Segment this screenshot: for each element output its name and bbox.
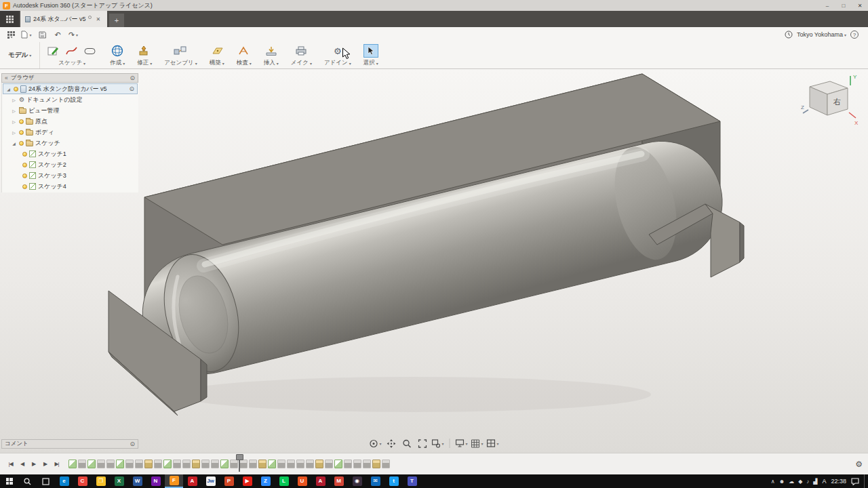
tab-close-button[interactable]: ✕ xyxy=(96,16,100,22)
visibility-bulb-icon[interactable] xyxy=(14,87,18,92)
timeline-feature-icon[interactable] xyxy=(201,460,210,468)
undo-button[interactable]: ↶ xyxy=(51,28,64,41)
construction-plane-button[interactable] xyxy=(210,44,224,58)
view-cube[interactable]: 右 Y X Z xyxy=(800,70,861,131)
timeline-feature-icon[interactable] xyxy=(87,460,96,468)
collapse-arrow-icon[interactable] xyxy=(11,98,17,102)
timeline-control-button[interactable]: ▶| xyxy=(52,459,62,470)
collapse-panel-icon[interactable] xyxy=(5,75,8,81)
app-grid-button[interactable] xyxy=(4,28,18,41)
timeline-feature-icon[interactable] xyxy=(296,460,304,468)
timeline-feature-icon[interactable] xyxy=(163,460,172,468)
timeline-feature-icon[interactable] xyxy=(116,460,124,468)
timeline-feature-icon[interactable] xyxy=(211,460,219,468)
new-component-button[interactable] xyxy=(173,44,188,58)
ribbon-group-label[interactable]: 作成 xyxy=(110,59,125,67)
expand-arrow-icon[interactable] xyxy=(11,141,17,146)
taskbar-app-button[interactable]: ✉ xyxy=(366,474,384,488)
timeline-feature-icon[interactable] xyxy=(258,460,267,468)
grid-display-button[interactable] xyxy=(470,437,485,449)
account-button[interactable]: Tokyo Yokohama xyxy=(797,31,846,38)
addins-button[interactable]: ⚙ xyxy=(330,44,345,58)
create-form-button[interactable] xyxy=(110,44,125,58)
taskbar-app-button[interactable]: F xyxy=(165,474,183,488)
timeline-feature-icon[interactable] xyxy=(173,460,181,468)
redo-button[interactable]: ↷ xyxy=(66,28,80,41)
tree-node-sketch[interactable]: スケッチ1 xyxy=(2,148,138,159)
tree-root-document[interactable]: 24系 水タンク防音カバー v5 xyxy=(3,83,138,94)
timeline-control-button[interactable]: ▶ xyxy=(28,459,39,470)
zoom-window-button[interactable] xyxy=(431,437,446,449)
collapse-arrow-icon[interactable] xyxy=(11,130,17,135)
tray-icon[interactable]: ◆ xyxy=(798,479,802,485)
taskbar-app-button[interactable]: T xyxy=(403,474,421,488)
insert-button[interactable] xyxy=(264,44,279,58)
viewports-button[interactable] xyxy=(486,437,500,449)
ribbon-group-label[interactable]: 検査 xyxy=(237,59,252,67)
taskbar-app-button[interactable]: t xyxy=(384,474,403,488)
taskbar-app-button[interactable]: L xyxy=(275,474,293,488)
measure-button[interactable] xyxy=(237,44,252,58)
timeline-feature-icon[interactable] xyxy=(315,460,323,468)
ribbon-group-label[interactable]: アセンブリ xyxy=(164,59,197,67)
tree-node-sketch[interactable]: スケッチ2 xyxy=(2,159,138,170)
ribbon-group-label[interactable]: 修正 xyxy=(137,59,152,67)
timeline-feature-icon[interactable] xyxy=(334,460,342,468)
timeline-control-button[interactable]: ◀ xyxy=(17,459,27,470)
taskbar-app-button[interactable]: C xyxy=(73,474,92,488)
tree-node-view-management[interactable]: ビュー管理 xyxy=(2,105,138,116)
close-button[interactable]: ✕ xyxy=(852,0,868,11)
visibility-bulb-icon[interactable] xyxy=(19,119,24,124)
ime-indicator[interactable]: A xyxy=(822,478,826,485)
tree-node-sketch[interactable]: スケッチ4 xyxy=(2,181,138,192)
workspace-selector[interactable]: モデル xyxy=(0,42,40,68)
data-panel-toggle-button[interactable] xyxy=(0,11,19,27)
taskbar-app-button[interactable]: N xyxy=(146,474,165,488)
tray-icon[interactable]: ▟ xyxy=(813,479,817,485)
file-menu-button[interactable] xyxy=(20,28,33,41)
visibility-bulb-icon[interactable] xyxy=(19,141,24,146)
tree-node-document-settings[interactable]: ⚙ ドキュメントの設定 xyxy=(2,94,138,105)
timeline-feature-icon[interactable] xyxy=(325,460,333,468)
timeline-feature-icon[interactable] xyxy=(277,460,285,468)
ribbon-group-label[interactable]: スケッチ xyxy=(58,59,85,67)
timeline-track[interactable] xyxy=(68,453,390,474)
maximize-button[interactable]: □ xyxy=(835,0,852,11)
timeline-feature-icon[interactable] xyxy=(154,460,162,468)
zoom-button[interactable] xyxy=(399,437,414,449)
timeline-feature-icon[interactable] xyxy=(78,460,86,468)
timeline-feature-icon[interactable] xyxy=(249,460,257,468)
create-sketch-button[interactable] xyxy=(46,44,61,58)
display-settings-button[interactable] xyxy=(454,437,469,449)
timeline-control-button[interactable]: ▶ xyxy=(40,459,50,470)
viewport-3d[interactable]: 右 Y X Z ブラウザ 24系 水タンク防音カバー v5 xyxy=(0,69,868,453)
ribbon-group-label[interactable]: 選択 xyxy=(363,59,378,67)
collapse-arrow-icon[interactable] xyxy=(11,108,17,113)
expand-arrow-icon[interactable] xyxy=(5,87,12,92)
timeline-feature-icon[interactable] xyxy=(106,460,115,468)
timeline-feature-icon[interactable] xyxy=(125,460,134,468)
tree-node-sketches[interactable]: スケッチ xyxy=(2,138,138,148)
slot-button[interactable] xyxy=(83,44,98,58)
help-button[interactable]: ? xyxy=(850,30,859,39)
ribbon-group-label[interactable]: メイク xyxy=(291,59,312,67)
taskbar-app-button[interactable]: P xyxy=(220,474,238,488)
visibility-bulb-icon[interactable] xyxy=(22,163,27,167)
ribbon-group-label[interactable]: 構築 xyxy=(210,59,224,67)
taskbar-app-button[interactable]: U xyxy=(293,474,311,488)
timeline-feature-icon[interactable] xyxy=(220,460,229,468)
tray-icon[interactable]: ∧ xyxy=(771,479,775,485)
orbit-button[interactable] xyxy=(368,437,383,449)
taskbar-app-button[interactable]: X xyxy=(110,474,128,488)
browser-header[interactable]: ブラウザ xyxy=(1,73,138,83)
taskbar-clock[interactable]: 22:38 xyxy=(831,478,846,485)
action-center-button[interactable] xyxy=(851,478,859,485)
timeline-feature-icon[interactable] xyxy=(68,460,77,468)
timeline-feature-icon[interactable] xyxy=(382,460,390,468)
taskbar-search-button[interactable] xyxy=(18,474,37,488)
comment-header[interactable]: コメント xyxy=(1,439,138,449)
pan-button[interactable] xyxy=(384,437,399,449)
document-tab[interactable]: 24系 水タ...バー v5 ✕ xyxy=(20,11,107,27)
taskbar-app-button[interactable]: Z xyxy=(256,474,275,488)
timeline-feature-icon[interactable] xyxy=(97,460,105,468)
